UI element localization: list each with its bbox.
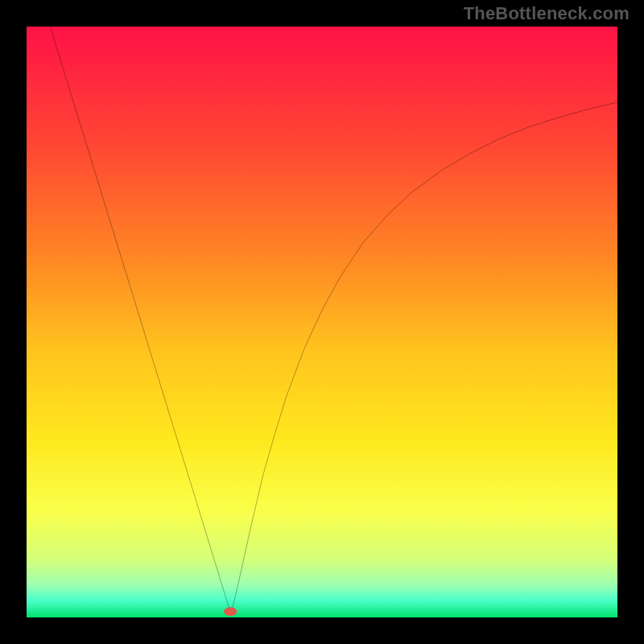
watermark-text: TheBottleneck.com <box>464 3 630 24</box>
gradient-rect <box>27 27 617 617</box>
plot-svg <box>27 27 617 617</box>
min-point-marker <box>224 607 237 616</box>
plot-area <box>27 27 617 617</box>
chart-stage: TheBottleneck.com <box>0 0 644 644</box>
